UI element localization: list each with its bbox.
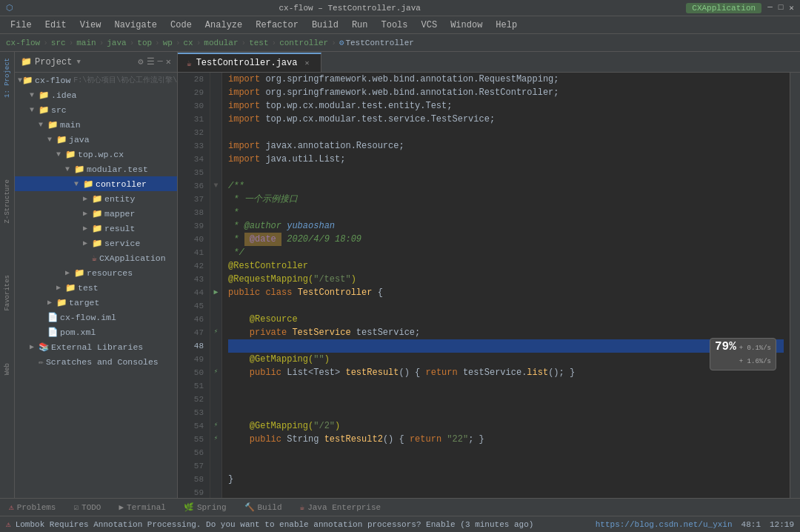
tab-close-testcontroller[interactable]: ✕ bbox=[301, 58, 312, 68]
tree-item-test[interactable]: ▶ 📁 test bbox=[15, 280, 177, 295]
code-content[interactable]: import org.springframework.web.bind.anno… bbox=[222, 73, 790, 498]
breadcrumb-item-java[interactable]: java bbox=[107, 39, 126, 47]
code-line-38: * bbox=[228, 206, 784, 219]
breadcrumb-item-controller[interactable]: controller bbox=[279, 39, 328, 47]
gutter-run-44[interactable]: ▶ bbox=[210, 285, 221, 299]
tree-item-mapper[interactable]: ▶ 📁 mapper bbox=[15, 206, 177, 221]
tree-arrow-service: ▶ bbox=[83, 239, 92, 247]
tab-testcontroller[interactable]: ☕ TestController.java ✕ bbox=[178, 53, 321, 72]
tab-build[interactable]: 🔨 Build bbox=[241, 499, 285, 516]
vtab-structure[interactable]: Z-Structure bbox=[4, 176, 11, 226]
gutter-fold-36[interactable]: ▼ bbox=[210, 179, 221, 193]
menu-refactor[interactable]: Refactor bbox=[250, 19, 304, 32]
project-settings-icon[interactable]: ⚙ bbox=[138, 56, 143, 67]
maximize-button[interactable]: □ bbox=[779, 3, 784, 13]
tree-arrow-src: ▼ bbox=[30, 106, 39, 114]
menu-analyze[interactable]: Analyze bbox=[199, 19, 248, 32]
tree-item-cxapplication[interactable]: ☕ CXApplication bbox=[15, 250, 177, 265]
code-line-58: } bbox=[228, 473, 784, 486]
gutter-run-47[interactable]: ⚡ bbox=[210, 325, 221, 339]
gutter-icon-33 bbox=[210, 139, 221, 153]
window-title: cx-flow – TestController.java bbox=[279, 4, 420, 13]
breadcrumb-item-wp[interactable]: wp bbox=[163, 39, 173, 47]
folder-icon-resources: 📁 bbox=[74, 267, 84, 278]
menu-vcs[interactable]: VCS bbox=[416, 19, 444, 32]
tree-item-modulartest[interactable]: ▼ 📁 modular.test bbox=[15, 162, 177, 176]
tree-item-topwpcx[interactable]: ▼ 📁 top.wp.cx bbox=[15, 147, 177, 162]
project-label: Project bbox=[35, 57, 72, 67]
breadcrumb-item-test[interactable]: test bbox=[249, 39, 268, 47]
tree-item-pomxml[interactable]: 📄 pom.xml bbox=[15, 325, 177, 339]
menu-edit[interactable]: Edit bbox=[39, 19, 73, 32]
breadcrumb-item-main[interactable]: main bbox=[76, 39, 96, 47]
tree-item-resources[interactable]: ▶ 📁 resources bbox=[15, 265, 177, 280]
tab-java-enterprise[interactable]: ☕ Java Enterprise bbox=[297, 499, 384, 516]
gutter-icon-43 bbox=[210, 272, 221, 285]
tree-item-result[interactable]: ▶ 📁 result bbox=[15, 221, 177, 236]
gutter-icon-57 bbox=[210, 458, 221, 471]
vtab-1-project[interactable]: 1: Project bbox=[4, 55, 11, 101]
linenum-52: 52 bbox=[189, 393, 204, 406]
tab-terminal[interactable]: ▶ Terminal bbox=[116, 499, 168, 516]
code-line-49: @GetMapping("") bbox=[228, 353, 784, 366]
project-hide-icon[interactable]: ✕ bbox=[166, 56, 171, 67]
tree-item-idea[interactable]: ▼ 📁 .idea bbox=[15, 87, 177, 102]
right-scrollbar[interactable] bbox=[790, 73, 800, 498]
tree-item-src[interactable]: ▼ 📁 src bbox=[15, 102, 177, 117]
tree-label-entity: entity bbox=[104, 194, 135, 204]
tab-spring[interactable]: 🌿 Spring bbox=[181, 499, 230, 516]
menu-window[interactable]: Window bbox=[444, 19, 488, 32]
menu-navigate[interactable]: Navigate bbox=[108, 19, 163, 32]
linenum-57: 57 bbox=[189, 459, 204, 473]
tree-item-cxflow[interactable]: ▼ 📁 cx-flow F:\初心项目\初心工作流引擎\cx-flow bbox=[15, 73, 177, 87]
menu-tools[interactable]: Tools bbox=[376, 19, 414, 32]
tree-arrow-topwpcx: ▼ bbox=[56, 150, 65, 159]
linenum-34: 34 bbox=[189, 153, 204, 166]
vtab-favorites[interactable]: Favorites bbox=[4, 272, 11, 314]
gutter-icon-52 bbox=[210, 392, 221, 405]
project-close-icon[interactable]: ─ bbox=[158, 56, 163, 67]
project-header-left: 📁 Project ▼ bbox=[21, 56, 81, 67]
linenum-59: 59 bbox=[189, 486, 204, 498]
tab-todo[interactable]: ☑ TODO bbox=[70, 499, 104, 516]
gutter-icon-46 bbox=[210, 312, 221, 325]
project-layout-icon[interactable]: ☰ bbox=[147, 56, 155, 67]
breadcrumb-item-cx[interactable]: cx bbox=[184, 39, 193, 47]
tree-item-scratches[interactable]: ✏ Scratches and Consoles bbox=[15, 354, 177, 369]
close-button[interactable]: ✕ bbox=[789, 3, 794, 13]
gutter-run-54[interactable]: ⚡ bbox=[210, 418, 221, 431]
tree-item-target[interactable]: ▶ 📁 target bbox=[15, 295, 177, 310]
tree-label-extlibs: External Libraries bbox=[51, 342, 143, 352]
menu-code[interactable]: Code bbox=[164, 19, 198, 32]
breadcrumb-item-src[interactable]: src bbox=[51, 39, 66, 47]
gutter-run-55[interactable]: ⚡ bbox=[210, 431, 221, 445]
menu-run[interactable]: Run bbox=[346, 19, 374, 32]
gutter-icon-34 bbox=[210, 153, 221, 166]
breadcrumb-item-cxflow[interactable]: cx-flow bbox=[6, 39, 40, 47]
breadcrumb-item-top[interactable]: top bbox=[137, 39, 152, 47]
gutter-run-50[interactable]: ⚡ bbox=[210, 365, 221, 379]
tree-item-service[interactable]: ▶ 📁 service bbox=[15, 236, 177, 250]
tab-problems[interactable]: ⚠ Problems bbox=[6, 499, 59, 516]
tree-item-controller[interactable]: ▼ 📁 controller bbox=[15, 176, 177, 191]
code-line-53 bbox=[228, 406, 784, 419]
menu-build[interactable]: Build bbox=[306, 19, 344, 32]
code-line-57 bbox=[228, 459, 784, 473]
tree-arrow-resources: ▶ bbox=[65, 268, 74, 277]
tree-item-main[interactable]: ▼ 📁 main bbox=[15, 117, 177, 132]
breadcrumb-item-testcontroller[interactable]: TestController bbox=[345, 39, 413, 47]
vtab-web[interactable]: Web bbox=[4, 360, 11, 378]
breadcrumb-item-modular[interactable]: modular bbox=[204, 39, 238, 47]
tree-item-java[interactable]: ▼ 📁 java bbox=[15, 132, 177, 147]
menu-view[interactable]: View bbox=[74, 19, 107, 32]
tree-item-cxflowiml[interactable]: 📄 cx-flow.iml bbox=[15, 310, 177, 325]
tree-item-entity[interactable]: ▶ 📁 entity bbox=[15, 191, 177, 206]
folder-icon-target: 📁 bbox=[56, 297, 67, 307]
notification-bar: ⚠ Lombok Requires Annotation Processing.… bbox=[0, 516, 800, 532]
project-dropdown[interactable]: ▼ bbox=[76, 59, 80, 66]
linenum-45: 45 bbox=[189, 299, 204, 313]
tree-item-extlibs[interactable]: ▶ 📚 External Libraries bbox=[15, 339, 177, 354]
menu-file[interactable]: File bbox=[4, 19, 38, 32]
menu-help[interactable]: Help bbox=[490, 19, 523, 32]
minimize-button[interactable]: ─ bbox=[767, 3, 773, 13]
